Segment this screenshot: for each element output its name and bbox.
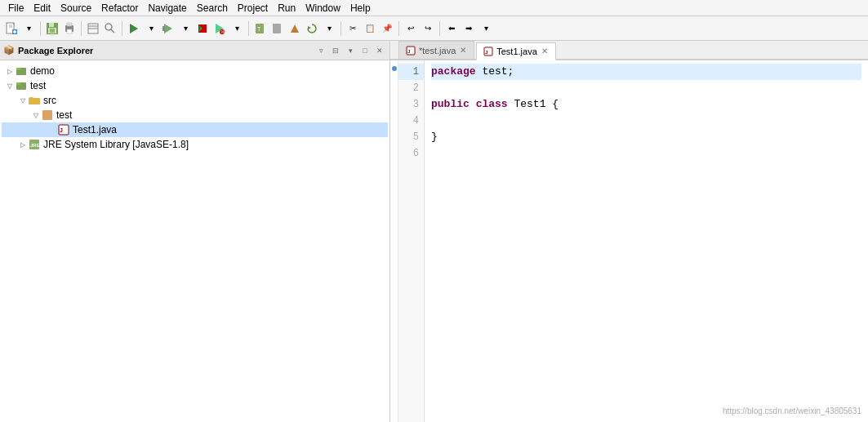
tab-close-test-java[interactable]: ✕ bbox=[459, 46, 467, 55]
tab-label-test-java: *test.java bbox=[419, 46, 456, 56]
code-line-3: public class Test1 { bbox=[431, 96, 861, 113]
toolbar-coverage-dropdown[interactable]: ▾ bbox=[229, 20, 245, 37]
java-tab-icon-Test1: J bbox=[483, 47, 493, 56]
jre-icon: JRE bbox=[28, 138, 41, 151]
panel-stack-btn[interactable]: ⊟ bbox=[329, 44, 342, 57]
panel-controls: ▿ ⊟ ▾ □ ✕ bbox=[314, 44, 386, 57]
toolbar-new-btn[interactable] bbox=[3, 20, 20, 37]
toolbar-run-btn[interactable] bbox=[126, 20, 142, 37]
menu-run[interactable]: Run bbox=[273, 2, 300, 15]
svg-rect-36 bbox=[42, 110, 52, 120]
svg-text:T: T bbox=[257, 26, 261, 32]
toolbar-group-6: ✂ 📋 📌 bbox=[345, 20, 395, 37]
code-line-5: } bbox=[431, 129, 861, 145]
tab-Test1-java[interactable]: J Test1.java ✕ bbox=[476, 42, 556, 60]
panel-view-menu-btn[interactable]: ▾ bbox=[344, 44, 357, 57]
tree-item-test-pkg[interactable]: ▽ test bbox=[2, 108, 388, 122]
toolbar-group-2 bbox=[44, 20, 78, 37]
tree-item-src[interactable]: ▽ src bbox=[2, 93, 388, 108]
tree-label-test-project: test bbox=[30, 80, 46, 91]
code-line-6 bbox=[431, 145, 861, 162]
menu-source[interactable]: Source bbox=[56, 2, 96, 15]
menu-edit[interactable]: Edit bbox=[29, 2, 56, 15]
toolbar-coverage-btn[interactable]: % bbox=[211, 20, 228, 37]
menu-search[interactable]: Search bbox=[192, 2, 233, 15]
toolbar-group-run: ▾ ▾ % ▾ bbox=[126, 20, 245, 37]
line-number-2: 2 bbox=[398, 80, 424, 96]
tree-label-test-pkg: test bbox=[56, 109, 72, 121]
menu-navigate[interactable]: Navigate bbox=[143, 2, 191, 15]
toolbar-undo-btn[interactable]: ↩ bbox=[403, 20, 419, 37]
tree-label-jre: JRE System Library [JavaSE-1.8] bbox=[43, 139, 189, 150]
toolbar-copy-btn[interactable]: 📋 bbox=[362, 20, 378, 37]
svg-rect-33 bbox=[16, 68, 20, 70]
toolbar-debug-btn[interactable] bbox=[160, 20, 176, 37]
toolbar-redo-btn[interactable]: ↪ bbox=[420, 20, 436, 37]
tree-item-demo[interactable]: ▷ demo bbox=[2, 64, 388, 78]
svg-marker-19 bbox=[130, 24, 138, 33]
toolbar-search-btn[interactable] bbox=[102, 20, 118, 37]
toolbar-stop-btn[interactable] bbox=[194, 20, 211, 37]
editor-content: 1 2 3 4 5 6 package test; public class T… bbox=[390, 60, 868, 422]
menu-refactor[interactable]: Refactor bbox=[96, 2, 143, 15]
panel-minimize-btn[interactable]: ▿ bbox=[314, 44, 327, 57]
toolbar-back-btn[interactable]: ⬅ bbox=[443, 20, 460, 37]
toolbar-properties-btn[interactable] bbox=[85, 20, 101, 37]
toolbar-debug-dropdown[interactable]: ▾ bbox=[177, 20, 194, 37]
tree-item-jre[interactable]: ▷ JRE JRE System Library [JavaSE-1.8] bbox=[2, 137, 388, 152]
toolbar-nav-dropdown[interactable]: ▾ bbox=[478, 20, 494, 37]
line-number-5: 5 bbox=[398, 129, 424, 145]
editor-panel: J *test.java ✕ J Test1.java ✕ 1 bbox=[390, 41, 868, 422]
panel-expand-btn[interactable]: □ bbox=[358, 44, 372, 57]
toolbar-group-5: T ▾ bbox=[252, 20, 337, 37]
toolbar-new-dropdown[interactable]: ▾ bbox=[20, 20, 37, 37]
tab-test-java[interactable]: J *test.java ✕ bbox=[398, 41, 474, 59]
svg-text:J: J bbox=[407, 49, 410, 54]
svg-rect-21 bbox=[162, 26, 165, 31]
toolbar-refresh-dropdown[interactable]: ▾ bbox=[321, 20, 337, 37]
tree-label-demo: demo bbox=[30, 65, 55, 77]
svg-rect-10 bbox=[50, 29, 55, 33]
svg-rect-35 bbox=[16, 82, 20, 85]
toolbar-refresh-btn[interactable] bbox=[304, 20, 320, 37]
toolbar-sep-3 bbox=[122, 21, 122, 36]
toolbar: ▾ ▾ bbox=[0, 16, 868, 41]
toolbar-run-dropdown[interactable]: ▾ bbox=[143, 20, 159, 37]
svg-marker-30 bbox=[291, 24, 299, 33]
svg-rect-12 bbox=[67, 23, 72, 26]
svg-rect-8 bbox=[49, 23, 54, 27]
tree-item-test-project[interactable]: ▽ test bbox=[2, 78, 388, 93]
code-area[interactable]: package test; public class Test1 { } bbox=[425, 60, 868, 422]
tab-close-Test1-java[interactable]: ✕ bbox=[541, 47, 549, 56]
tree-label-Test1java: Test1.java bbox=[73, 124, 117, 135]
code-line-2 bbox=[431, 80, 861, 96]
code-line-4 bbox=[431, 113, 861, 129]
package-icon-test bbox=[41, 109, 54, 122]
menu-help[interactable]: Help bbox=[345, 2, 376, 15]
toolbar-sep-4 bbox=[248, 21, 249, 36]
svg-rect-13 bbox=[67, 29, 72, 33]
toolbar-forward-btn[interactable]: ➡ bbox=[461, 20, 477, 37]
toolbar-open-resource-btn[interactable] bbox=[269, 20, 286, 37]
tree-label-src: src bbox=[43, 95, 56, 106]
main-layout: 📦 Package Explorer ▿ ⊟ ▾ □ ✕ ▷ d bbox=[0, 41, 868, 422]
toolbar-save-btn[interactable] bbox=[44, 20, 60, 37]
toolbar-paste-btn[interactable]: 📌 bbox=[379, 20, 395, 37]
panel-close-btn[interactable]: ✕ bbox=[373, 44, 386, 57]
toolbar-print-btn[interactable] bbox=[61, 20, 78, 37]
toolbar-open-type-btn[interactable]: T bbox=[252, 20, 269, 37]
menu-project[interactable]: Project bbox=[233, 2, 273, 15]
toolbar-next-annotation-btn[interactable] bbox=[287, 20, 303, 37]
svg-point-17 bbox=[105, 24, 112, 30]
svg-text:J: J bbox=[60, 127, 63, 133]
tree-item-Test1java[interactable]: ▷ J Test1.java bbox=[2, 122, 388, 137]
toolbar-cut-btn[interactable]: ✂ bbox=[345, 20, 361, 37]
menu-file[interactable]: File bbox=[3, 2, 29, 15]
java-tab-icon-test: J bbox=[406, 46, 416, 56]
toolbar-sep-6 bbox=[398, 21, 399, 36]
svg-rect-29 bbox=[273, 24, 281, 33]
bookmark-gutter bbox=[390, 60, 398, 422]
svg-line-18 bbox=[111, 29, 114, 33]
toolbar-group-1: ▾ bbox=[3, 20, 37, 37]
menu-window[interactable]: Window bbox=[300, 2, 345, 15]
